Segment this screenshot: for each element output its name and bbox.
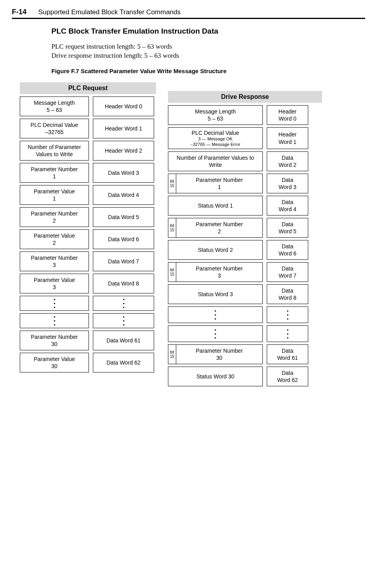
drive-response-left-column: Message Length5 – 63 PLC Decimal Value 3… [168,105,263,386]
resp-right-7: DataWord 7 [267,262,308,282]
resp-right-dots-2: ⋮ [267,325,308,342]
figure-label: Figure F.7 Scattered Parameter Value Wri… [51,68,365,74]
resp-left-6: Status Word 2 [168,240,263,260]
bit-label: bit15 [168,174,176,193]
plc-left-dots-1: ⋮ [20,296,89,311]
resp-right-8: DataWord 8 [267,284,308,304]
resp-left-11-text: Parameter Number30 [176,345,262,364]
resp-left-5-text: Parameter Number2 [176,218,262,237]
plc-right-2: Header Word 2 [93,141,154,161]
resp-left-12: Status Word 30 [168,367,263,386]
resp-left-dots-2: ⋮ [168,325,263,342]
plc-right-11: Data Word 61 [93,331,154,350]
resp-left-2: Number of Parameter Values to Write [168,151,263,171]
resp-left-1-main: PLC Decimal Value [190,129,240,136]
plc-right-0: Header Word 0 [93,96,154,116]
resp-left-3: bit15 Parameter Number1 [168,174,263,193]
plc-left-7: Parameter Number3 [20,251,89,271]
bit-label: bit15 [168,345,176,364]
plc-left-2: Number of Parameter Values to Write [20,141,89,161]
bit-label: bit15 [168,218,176,237]
plc-right-7: Data Word 7 [93,251,154,271]
plc-request-left-column: Message Length5 – 63 PLC Decimal Value–3… [20,96,89,372]
drive-response-group: Drive Response Message Length5 – 63 PLC … [168,82,322,386]
plc-right-8: Data Word 8 [93,274,154,293]
plc-right-6: Data Word 6 [93,229,154,249]
resp-left-1-sub: 3 — Message OK–32765 — Message Error [190,136,240,147]
resp-right-2: DataWord 2 [267,151,308,171]
plc-left-6: Parameter Value2 [20,229,89,249]
plc-right-1: Header Word 1 [93,119,154,138]
diagram: PLC Request Message Length5 – 63 PLC Dec… [20,82,365,386]
resp-left-0: Message Length5 – 63 [168,105,263,125]
resp-right-12: DataWord 62 [267,367,308,386]
resp-left-7-text: Parameter Number3 [176,263,262,282]
resp-right-3: DataWord 3 [267,174,308,193]
resp-right-1: HeaderWord 1 [267,127,308,149]
plc-left-3: Parameter Number1 [20,163,89,183]
plc-request-title: PLC Request [20,82,156,94]
plc-left-0: Message Length5 – 63 [20,96,89,116]
header-title: Supported Emulated Block Transfer Comman… [38,8,181,16]
plc-right-12: Data Word 62 [93,353,154,372]
resp-right-11: DataWord 61 [267,344,308,364]
resp-left-11: bit15 Parameter Number30 [168,344,263,364]
resp-left-4: Status Word 1 [168,196,263,216]
body-text-1: PLC request instruction length: 5 – 63 w… [51,43,365,51]
resp-right-5: DataWord 5 [267,218,308,238]
resp-right-dots-1: ⋮ [267,306,308,323]
plc-right-3: Data Word 3 [93,163,154,183]
resp-left-7: bit15 Parameter Number3 [168,262,263,282]
resp-left-dots-1: ⋮ [168,306,263,323]
plc-left-12: Parameter Value30 [20,353,89,372]
plc-right-dots-2: ⋮ [93,313,154,328]
plc-left-dots-2: ⋮ [20,313,89,328]
drive-response-right-column: HeaderWord 0 HeaderWord 1 DataWord 2 Dat… [267,105,308,386]
plc-right-4: Data Word 4 [93,185,154,205]
plc-left-5: Parameter Number2 [20,207,89,227]
body-text-2: Drive response instruction length: 5 – 6… [51,52,365,60]
resp-left-5: bit15 Parameter Number2 [168,218,263,238]
resp-right-0: HeaderWord 0 [267,105,308,125]
bit-label: bit15 [168,263,176,282]
resp-left-3-text: Parameter Number1 [176,174,262,193]
plc-left-8: Parameter Value3 [20,274,89,293]
page-header: F-14 Supported Emulated Block Transfer C… [12,8,365,19]
resp-left-1: PLC Decimal Value 3 — Message OK–32765 —… [168,127,263,149]
plc-request-right-column: Header Word 0 Header Word 1 Header Word … [93,96,154,372]
plc-left-1: PLC Decimal Value–32765 [20,119,89,138]
section-title: PLC Block Transfer Emulation Instruction… [51,27,365,36]
page-number: F-14 [12,8,26,16]
plc-right-dots-1: ⋮ [93,296,154,311]
resp-right-4: DataWord 4 [267,196,308,216]
resp-left-8: Status Word 3 [168,284,263,304]
plc-right-5: Data Word 5 [93,207,154,227]
plc-left-11: Parameter Number30 [20,331,89,350]
plc-left-4: Parameter Value1 [20,185,89,205]
resp-right-6: DataWord 6 [267,240,308,260]
plc-request-group: PLC Request Message Length5 – 63 PLC Dec… [20,82,156,386]
drive-response-title: Drive Response [168,91,322,103]
